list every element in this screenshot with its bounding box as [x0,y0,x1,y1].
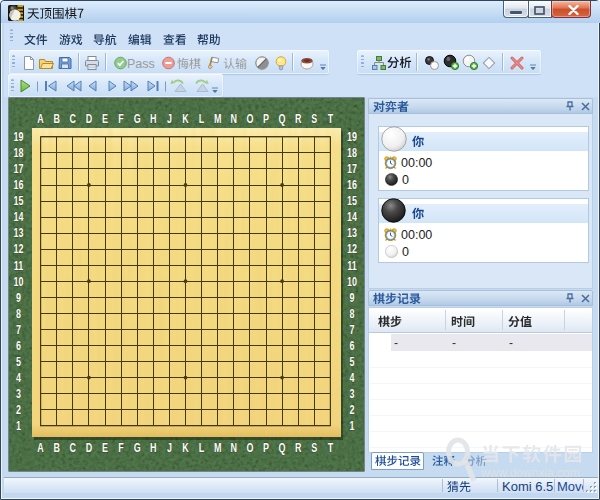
svg-text:5: 5 [16,354,21,368]
svg-text:14: 14 [347,210,357,224]
svg-text:10: 10 [14,274,24,288]
svg-text:7: 7 [350,322,355,336]
svg-text:J: J [167,440,172,454]
svg-text:M: M [214,111,221,125]
svg-text:17: 17 [14,161,24,175]
svg-text:T: T [328,440,333,454]
svg-text:9: 9 [16,290,21,304]
svg-text:N: N [231,440,237,454]
svg-text:2: 2 [350,402,355,416]
svg-text:19: 19 [347,129,357,143]
svg-text:17: 17 [347,161,357,175]
svg-text:10: 10 [347,274,357,288]
svg-text:S: S [311,111,317,125]
svg-text:L: L [199,111,204,125]
svg-text:G: G [134,111,141,125]
svg-text:D: D [86,111,92,125]
svg-text:1: 1 [350,418,355,432]
svg-text:O: O [246,111,253,125]
svg-text:C: C [70,440,76,454]
svg-text:16: 16 [14,177,24,191]
svg-text:J: J [167,111,172,125]
svg-text:O: O [246,440,253,454]
svg-text:E: E [102,440,108,454]
svg-text:P: P [263,440,269,454]
svg-text:E: E [102,111,108,125]
svg-text:14: 14 [14,210,24,224]
svg-text:11: 11 [347,258,357,272]
svg-text:N: N [231,111,237,125]
svg-text:6: 6 [16,338,21,352]
svg-text:K: K [182,440,189,454]
svg-text:S: S [311,440,317,454]
svg-text:H: H [150,111,156,125]
svg-text:15: 15 [347,193,357,207]
svg-text:C: C [70,111,76,125]
svg-text:19: 19 [14,129,24,143]
svg-text:R: R [295,440,302,454]
svg-text:15: 15 [14,193,24,207]
svg-text:M: M [214,440,221,454]
svg-text:12: 12 [347,242,357,256]
svg-text:Q: Q [279,440,286,454]
svg-text:D: D [86,440,92,454]
svg-text:4: 4 [16,370,21,384]
svg-text:A: A [37,111,44,125]
svg-text:3: 3 [16,386,21,400]
svg-text:18: 18 [14,145,24,159]
svg-text:18: 18 [347,145,357,159]
svg-text:B: B [53,440,59,454]
svg-text:9: 9 [350,290,355,304]
svg-text:2: 2 [16,402,21,416]
svg-text:5: 5 [350,354,355,368]
svg-text:8: 8 [16,306,21,320]
svg-text:6: 6 [350,338,355,352]
svg-text:G: G [134,440,141,454]
svg-text:F: F [118,111,123,125]
svg-text:H: H [150,440,156,454]
svg-text:11: 11 [14,258,24,272]
svg-text:12: 12 [14,242,24,256]
svg-text:7: 7 [16,322,21,336]
svg-text:4: 4 [350,370,355,384]
svg-text:L: L [199,440,204,454]
svg-text:F: F [118,440,123,454]
svg-text:T: T [328,111,333,125]
svg-text:B: B [53,111,59,125]
svg-text:K: K [182,111,189,125]
svg-text:3: 3 [350,386,355,400]
svg-text:P: P [263,111,269,125]
svg-text:13: 13 [14,226,24,240]
svg-text:A: A [37,440,44,454]
svg-text:R: R [295,111,302,125]
svg-text:1: 1 [16,418,21,432]
svg-text:13: 13 [347,226,357,240]
svg-text:16: 16 [347,177,357,191]
svg-text:8: 8 [350,306,355,320]
svg-text:Q: Q [279,111,286,125]
